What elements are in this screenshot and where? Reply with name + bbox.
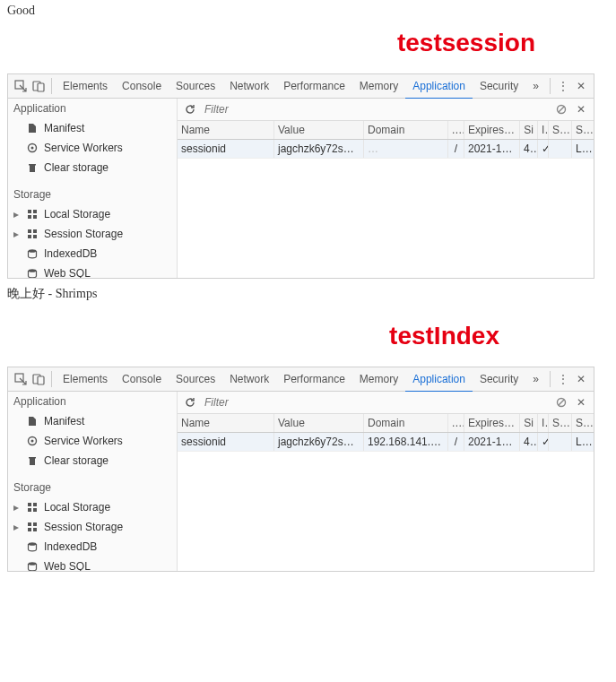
cookie-table: Name Value Domain ... Expires / M... Si …	[178, 414, 594, 571]
col-name[interactable]: Name	[178, 121, 274, 139]
tab-memory[interactable]: Memory	[352, 74, 405, 98]
devtools-main: ✕ Name Value Domain ... Expires / M... S…	[178, 392, 594, 571]
divider	[51, 78, 52, 94]
sidebar-item-web-sql[interactable]: Web SQL	[8, 263, 177, 278]
block-icon[interactable]	[554, 102, 568, 117]
device-toggle-icon[interactable]	[31, 78, 46, 94]
tab-elements[interactable]: Elements	[56, 74, 115, 98]
svg-line-47	[559, 400, 564, 405]
filter-input[interactable]	[203, 395, 549, 410]
svg-line-23	[559, 107, 564, 112]
svg-rect-36	[33, 522, 37, 526]
kebab-menu-icon[interactable]: ⋮	[556, 78, 570, 94]
gear-icon	[26, 435, 39, 447]
svg-rect-29	[30, 458, 35, 465]
svg-rect-2	[38, 83, 44, 91]
sidebar-item-clear-storage[interactable]: Clear storage	[8, 158, 177, 177]
svg-rect-10	[33, 215, 37, 219]
sidebar-item-label: Clear storage	[44, 454, 108, 467]
col-name[interactable]: Name	[178, 414, 274, 432]
tab-security[interactable]: Security	[473, 367, 525, 391]
svg-point-4	[31, 147, 34, 150]
col-expires[interactable]: Expires / M...	[464, 121, 520, 139]
grid-icon	[26, 501, 39, 514]
sidebar-item-service-workers[interactable]: Service Workers	[8, 431, 177, 451]
sidebar-item-indexeddb[interactable]: IndexedDB	[8, 537, 177, 557]
inspect-icon[interactable]	[13, 371, 28, 387]
clear-icon[interactable]: ✕	[574, 102, 588, 117]
tab-network[interactable]: Network	[222, 74, 276, 98]
tab-memory[interactable]: Memory	[352, 367, 405, 391]
close-icon[interactable]: ✕	[574, 78, 588, 94]
col-httponly[interactable]: I	[538, 414, 549, 432]
close-icon[interactable]: ✕	[574, 371, 588, 387]
sidebar-item-web-sql[interactable]: Web SQL	[8, 557, 177, 571]
sidebar-item-label: Session Storage	[44, 228, 123, 240]
sidebar-item-label: Web SQL	[44, 267, 91, 278]
reload-icon[interactable]	[183, 395, 197, 410]
sidebar-item-manifest[interactable]: Manifest	[8, 118, 177, 138]
col-secure[interactable]: Se...	[549, 414, 572, 432]
block-icon[interactable]	[554, 395, 568, 410]
tab-more[interactable]: »	[525, 74, 546, 98]
cookie-value-cell: jagchzk6y72sb1...	[274, 140, 364, 158]
cookie-domain-cell: …	[364, 140, 448, 158]
chevron-right-icon: ▸	[13, 501, 21, 514]
col-samesite[interactable]: Sa...	[572, 121, 594, 139]
svg-rect-35	[28, 522, 31, 526]
col-secure[interactable]: Se...	[549, 121, 572, 139]
chevron-right-icon: ▸	[13, 208, 21, 220]
col-samesite[interactable]: Sa...	[572, 414, 594, 432]
tab-security[interactable]: Security	[473, 74, 525, 98]
grid-icon	[26, 208, 39, 220]
col-path[interactable]: ...	[448, 121, 464, 139]
sidebar-item-local-storage[interactable]: ▸ Local Storage	[8, 204, 177, 224]
col-value[interactable]: Value	[274, 414, 364, 432]
heading-testindex: testIndex	[0, 322, 616, 350]
tab-more[interactable]: »	[525, 367, 546, 391]
sidebar-item-clear-storage[interactable]: Clear storage	[8, 451, 177, 470]
database-icon	[26, 247, 39, 260]
svg-rect-11	[28, 229, 31, 233]
col-domain[interactable]: Domain	[364, 121, 448, 139]
tab-performance[interactable]: Performance	[276, 74, 352, 98]
clear-icon[interactable]: ✕	[574, 395, 588, 410]
col-value[interactable]: Value	[274, 121, 364, 139]
cookie-name-cell: sessionid	[178, 140, 274, 158]
filter-input[interactable]	[203, 102, 549, 117]
svg-rect-14	[33, 235, 37, 238]
devtools-tabbar: Elements Console Sources Network Perform…	[8, 367, 594, 392]
sidebar-item-label: Local Storage	[44, 208, 110, 220]
chevron-right-icon: ▸	[13, 228, 21, 240]
col-size[interactable]: Si	[520, 414, 538, 432]
svg-point-28	[31, 440, 34, 443]
sidebar-item-service-workers[interactable]: Service Workers	[8, 138, 177, 158]
tab-network[interactable]: Network	[222, 367, 276, 391]
tab-elements[interactable]: Elements	[56, 367, 115, 391]
tab-sources[interactable]: Sources	[169, 367, 222, 391]
tab-application[interactable]: Application	[405, 74, 473, 99]
cookie-expires-cell: 2021-12-2...	[464, 140, 520, 158]
tab-performance[interactable]: Performance	[276, 367, 352, 391]
tab-sources[interactable]: Sources	[169, 74, 222, 98]
inspect-icon[interactable]	[13, 78, 28, 94]
sidebar-item-session-storage[interactable]: ▸ Session Storage	[8, 224, 177, 244]
cookie-row[interactable]: sessionid jagchzk6y72sb1... … / 2021-12-…	[178, 140, 594, 159]
tab-console[interactable]: Console	[115, 74, 169, 98]
tab-application[interactable]: Application	[405, 367, 473, 393]
reload-icon[interactable]	[183, 102, 197, 117]
sidebar-item-session-storage[interactable]: ▸ Session Storage	[8, 517, 177, 537]
col-size[interactable]: Si	[520, 121, 538, 139]
database-icon	[26, 267, 39, 278]
sidebar-item-local-storage[interactable]: ▸ Local Storage	[8, 497, 177, 517]
cookie-row[interactable]: sessionid jagchzk6y72sb1... 192.168.141.…	[178, 433, 594, 452]
col-httponly[interactable]: I	[538, 121, 549, 139]
col-path[interactable]: ...	[448, 414, 464, 432]
col-expires[interactable]: Expires / M...	[464, 414, 520, 432]
device-toggle-icon[interactable]	[31, 371, 46, 387]
sidebar-item-indexeddb[interactable]: IndexedDB	[8, 244, 177, 263]
sidebar-item-manifest[interactable]: Manifest	[8, 411, 177, 431]
col-domain[interactable]: Domain	[364, 414, 448, 432]
tab-console[interactable]: Console	[115, 367, 169, 391]
kebab-menu-icon[interactable]: ⋮	[556, 371, 570, 387]
